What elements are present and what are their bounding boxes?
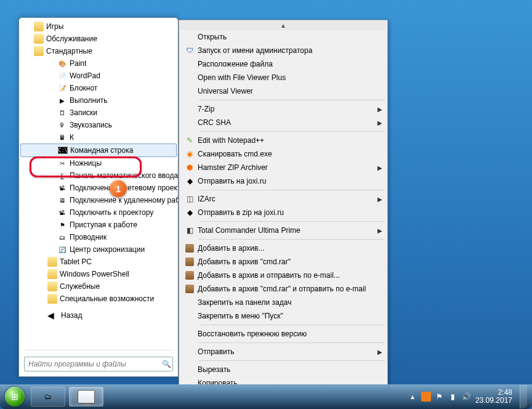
app-label: Ножницы	[70, 159, 102, 168]
submenu-arrow-icon: ▶	[377, 227, 382, 234]
izarc-icon: ◫	[182, 195, 198, 203]
submenu-arrow-icon: ▶	[377, 119, 382, 126]
avast-icon: ◉	[182, 150, 198, 158]
app-getstarted[interactable]: ⚑Приступая к работе	[20, 219, 177, 231]
ctx-send-to[interactable]: Отправить▶	[180, 345, 386, 358]
app-netproj[interactable]: 📽Подключение к сетевому проектору	[20, 182, 177, 194]
ctx-file-location[interactable]: Расположение файла	[180, 57, 386, 71]
ctx-rar-cmdrar[interactable]: Добавить в архив "cmd.rar"	[180, 255, 386, 269]
taskbar-item-explorer[interactable]: 🗂	[31, 387, 65, 407]
notepad-icon: 📝	[57, 83, 67, 93]
app-label: Звукозапись	[70, 121, 112, 129]
ctx-7zip[interactable]: 7-Zip▶	[180, 102, 386, 116]
tray-app-icon[interactable]	[421, 392, 431, 402]
ctx-label: Total Commander Ultima Prime	[198, 226, 300, 235]
ctx-notepadpp[interactable]: ✎Edit with Notepad++	[180, 134, 386, 147]
ctx-label: Universal Viewer	[198, 87, 253, 95]
ctx-crcsha[interactable]: CRC SHA▶	[180, 116, 386, 129]
app-cmd[interactable]: C:\Командная строка	[20, 144, 177, 157]
submenu-arrow-icon: ▶	[377, 349, 382, 355]
app-projector[interactable]: 📽Подключить к проектору	[20, 206, 177, 219]
wordpad-icon: 📄	[57, 71, 67, 81]
divider	[24, 350, 173, 350]
hamster-icon: ⬢	[182, 163, 198, 172]
app-synccenter[interactable]: 🔄Центр синхронизации	[20, 243, 177, 256]
rdp-icon: 🖥	[57, 195, 67, 205]
submenu-arrow-icon: ▶	[377, 164, 382, 171]
ctx-separator	[199, 239, 385, 240]
ctx-label: Закрепить на панели задач	[198, 298, 291, 307]
ctx-label: Hamster ZIP Archiver	[198, 163, 268, 172]
app-mathpanel[interactable]: ∑Панель математического ввода	[20, 169, 177, 182]
ctx-hamster[interactable]: ⬢Hamster ZIP Archiver▶	[180, 161, 386, 174]
search-box[interactable]: 🔍	[24, 357, 173, 371]
app-label: Подключение к удаленному рабочему столу	[70, 196, 178, 204]
tray-network-icon[interactable]: ▮	[448, 392, 458, 402]
folder-icon	[47, 294, 57, 304]
folder-accessibility[interactable]: Специальные возможности	[20, 293, 177, 305]
folder-label: Игры	[46, 22, 63, 31]
tray-flag-icon[interactable]: ⚑	[435, 392, 445, 402]
app-sticky[interactable]: 🗒Записки	[20, 107, 177, 119]
app-calc-cut[interactable]: 🖩К	[20, 131, 177, 144]
ctx-run-as-admin[interactable]: 🛡Запуск от имени администратора	[180, 44, 386, 57]
folder-tabletpc[interactable]: Tablet PC	[20, 256, 177, 268]
start-button[interactable]	[2, 384, 27, 409]
app-label: Центр синхронизации	[70, 245, 145, 254]
ctx-rar-add[interactable]: Добавить в архив...	[180, 241, 386, 255]
system-tray: ▴ ⚑ ▮ 🔊 2:48 23.09.2017	[408, 385, 532, 408]
app-snip-cut[interactable]: ✂Ножницы	[20, 157, 177, 169]
recorder-icon: 🎙	[57, 120, 67, 130]
ctx-joxi-zip[interactable]: ◆Отправить в zip на joxi.ru	[180, 206, 386, 219]
app-paint[interactable]: 🎨Paint	[20, 57, 177, 70]
app-recorder[interactable]: 🎙Звукозапись	[20, 119, 177, 131]
ctx-joxi[interactable]: ◆Отправить на joxi.ru	[180, 174, 386, 188]
ctx-cut[interactable]: Вырезать	[180, 363, 386, 376]
ctx-universalviewer[interactable]: Universal Viewer	[180, 84, 386, 98]
ctx-label: IZArc	[198, 195, 216, 203]
shield-icon: 🛡	[182, 46, 198, 55]
folder-powershell[interactable]: Windows PowerShell	[20, 268, 177, 280]
sticky-icon: 🗒	[57, 108, 67, 118]
paint-icon: 🎨	[57, 59, 67, 68]
tray-expand-icon[interactable]: ▴	[408, 392, 417, 402]
app-notepad[interactable]: 📝Блокнот	[20, 82, 177, 94]
getstarted-icon: ⚑	[57, 220, 67, 230]
ctx-separator	[199, 360, 385, 361]
back-button[interactable]: ◀Назад	[20, 309, 177, 322]
folder-system[interactable]: Служебные	[20, 280, 177, 293]
taskbar-item-computer[interactable]	[69, 387, 103, 407]
app-rdp[interactable]: 🖥Подключение к удаленному рабочему столу	[20, 194, 177, 206]
ctx-totalcmd[interactable]: ◧Total Commander Ultima Prime▶	[180, 224, 386, 237]
ctx-label: Закрепить в меню "Пуск"	[198, 312, 283, 320]
ctx-rar-email[interactable]: Добавить в архив и отправить по e-mail..…	[180, 269, 386, 282]
app-label: Подключение к сетевому проектору	[70, 184, 178, 192]
search-input[interactable]	[25, 360, 160, 368]
folder-maintenance[interactable]: Обслуживание	[20, 33, 177, 45]
ctx-scroll-up[interactable]: ▲	[180, 22, 386, 30]
taskbar: 🗂 ▴ ⚑ ▮ 🔊 2:48 23.09.2017	[0, 384, 532, 409]
back-arrow-icon: ◀	[47, 310, 57, 320]
ctx-pin-start[interactable]: Закрепить в меню "Пуск"	[180, 309, 386, 323]
show-desktop-button[interactable]	[520, 385, 527, 408]
ctx-label: Добавить в архив "cmd.rar"	[198, 257, 291, 266]
ctx-pin-taskbar[interactable]: Закрепить на панели задач	[180, 296, 386, 309]
folder-accessories[interactable]: Стандартные	[20, 45, 177, 57]
ctx-fileviewer[interactable]: Open with File Viewer Plus	[180, 71, 386, 84]
ctx-open[interactable]: Открыть	[180, 30, 386, 44]
app-label: Командная строка	[70, 146, 133, 155]
submenu-arrow-icon: ▶	[377, 196, 382, 203]
notepadpp-icon: ✎	[182, 136, 198, 145]
app-run[interactable]: ▶Выполнить	[20, 94, 177, 107]
ctx-rar-cmdrar-email[interactable]: Добавить в архив "cmd.rar" и отправить п…	[180, 282, 386, 296]
app-explorer[interactable]: 🗂Проводник	[20, 231, 177, 243]
app-wordpad[interactable]: 📄WordPad	[20, 70, 177, 82]
tray-clock[interactable]: 2:48 23.09.2017	[475, 389, 512, 405]
folder-icon	[34, 46, 44, 56]
ctx-izarc[interactable]: ◫IZArc▶	[180, 192, 386, 206]
snip-icon: ✂	[57, 158, 67, 168]
folder-games[interactable]: Игры	[20, 20, 177, 33]
ctx-restore-prev[interactable]: Восстановить прежнюю версию	[180, 327, 386, 341]
ctx-avast-scan[interactable]: ◉Сканировать cmd.exe	[180, 147, 386, 161]
tray-volume-icon[interactable]: 🔊	[462, 392, 472, 402]
